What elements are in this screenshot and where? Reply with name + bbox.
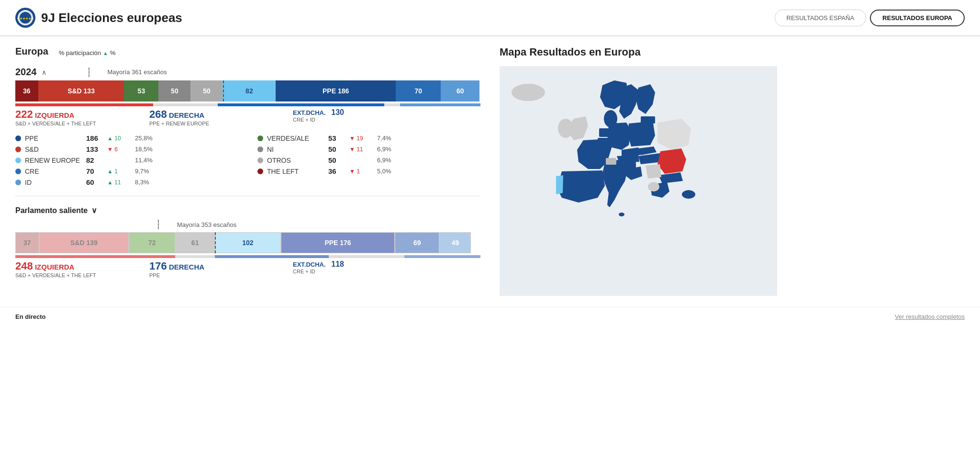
europa-title: Europa [15, 46, 48, 57]
verdes-change: ▼ 19 [349, 135, 373, 142]
center-number-parl: 176 [149, 260, 167, 272]
otros-seats: 50 [328, 156, 345, 164]
collapse-2024-button[interactable]: ∧ [42, 68, 46, 76]
party-cre: CRE 70 ▲ 1 9,7% [15, 167, 238, 175]
ppe-change: ▲ 10 [107, 135, 131, 142]
bar-theleft-parl: 37 [15, 232, 39, 253]
summary-bar-gap-parl [175, 255, 215, 258]
summary-bar-ext-parl [404, 255, 480, 258]
left-sublabel-parl: S&D + VERDES/ALE + THE LEFT [15, 272, 111, 278]
year-2024-label: 2024 [15, 67, 37, 78]
ver-resultados-link[interactable]: Ver resultados completos [895, 313, 965, 320]
bar-ni-parl: 61 [175, 232, 215, 253]
bar-ni-2024: 50 [158, 80, 190, 101]
netherlands [599, 128, 609, 137]
ext-sublabel-2024: CRE + ID [293, 117, 344, 123]
europe-map [500, 66, 777, 296]
ext-label-2024: EXT.DCHA. [293, 109, 326, 116]
sd-change: ▼ 6 [107, 146, 131, 153]
parlamento-title: Parlamento saliente [15, 206, 88, 215]
otros-dot [257, 158, 263, 163]
collapse-parlamento-icon[interactable]: ∨ [91, 206, 97, 215]
svg-text:★★★★★★: ★★★★★★ [17, 17, 34, 20]
poland [628, 121, 655, 146]
sd-dot [15, 146, 21, 152]
id-dot [15, 180, 21, 185]
map-title: Mapa Resultados en Europa [500, 46, 965, 58]
cre-seats: 70 [86, 167, 103, 175]
bar-otros-2024: 50 [190, 80, 223, 101]
bar-parlamento: 37 S&D 139 72 61 102 PPE 176 69 49 [15, 232, 480, 253]
party-renew: RENEW EUROPE 82 11,4% [15, 156, 238, 164]
verdes-dot [257, 135, 263, 141]
footer: En directo Ver resultados completos [0, 307, 980, 326]
parlamento-year-row: Mayoría 353 escaños [15, 220, 480, 229]
ni-name: NI [267, 146, 324, 153]
nav-europe-button[interactable]: RESULTADOS EUROPA [870, 10, 965, 26]
id-change: ▲ 11 [107, 179, 131, 186]
bar-renew-parl: 102 [215, 232, 281, 253]
majority-2024-label: Mayoría 361 escaños [108, 68, 167, 76]
sd-seats: 133 [86, 145, 103, 153]
center-sublabel-2024: PPE + RENEW EUROPE [149, 121, 255, 126]
ppe-dot [15, 135, 21, 141]
summary-left-parl: 248 IZQUIERDA S&D + VERDES/ALE + THE LEF… [15, 260, 111, 278]
ppe-seats: 186 [86, 134, 103, 142]
verdes-pct: 7,4% [377, 135, 391, 142]
bar-id-parl: 49 [439, 232, 471, 253]
cre-name: CRE [25, 168, 82, 175]
verdes-name: VERDES/ALE [267, 135, 324, 142]
party-id: ID 60 ▲ 11 8,3% [15, 178, 238, 186]
verdes-seats: 53 [328, 134, 345, 142]
bar-ppe-2024: PPE 186 [276, 80, 396, 101]
summary-bar-right-parl [215, 255, 329, 258]
summary-bar-gap2-parl [329, 255, 404, 258]
nav-spain-button[interactable]: RESULTADOS ESPAÑA [775, 10, 867, 26]
bar-renew-2024: 82 [223, 80, 276, 101]
bar-sd-2024: S&D 133 [38, 80, 124, 101]
bar-cre-2024: 70 [396, 80, 441, 101]
left-label-parl: IZQUIERDA [35, 263, 75, 271]
europa-header: Europa % participación ▲ % [15, 46, 480, 60]
summary-bar-gap-2024 [153, 103, 218, 106]
summary-right-parl: EXT.DCHA. 118 CRE + ID [293, 260, 344, 274]
parlamento-header[interactable]: Parlamento saliente ∨ [15, 206, 480, 215]
summary-right-2024: EXT.DCHA. 130 CRE + ID [293, 108, 344, 123]
svg-point-0 [16, 8, 35, 27]
party-sd: S&D 133 ▼ 6 18,5% [15, 145, 238, 153]
renew-seats: 82 [86, 156, 103, 164]
summary-bars-parl [15, 255, 480, 258]
bar-ppe-parl: PPE 176 [281, 232, 395, 253]
portugal [556, 175, 563, 194]
logo-area: ★★★★★★ 9J Elecciones europeas [15, 8, 775, 28]
header: ★★★★★★ 9J Elecciones europeas RESULTADOS… [0, 0, 980, 36]
summary-bar-right-2024 [218, 103, 384, 106]
bar-id-2024: 60 [441, 80, 479, 101]
theleft-dot [257, 169, 263, 174]
cyprus [682, 190, 695, 199]
center-sublabel-parl: PPE [149, 272, 255, 278]
otros-pct: 6,9% [377, 157, 391, 164]
party-verdes: VERDES/ALE 53 ▼ 19 7,4% [257, 134, 480, 142]
id-name: ID [25, 179, 82, 186]
svg-point-1 [19, 11, 32, 24]
center-label-parl: DERECHA [169, 263, 204, 271]
summary-bar-gap2-2024 [384, 103, 400, 106]
party-ni: NI 50 ▼ 11 6,9% [257, 145, 480, 153]
ni-change: ▼ 11 [349, 146, 373, 153]
renew-pct: 11,4% [135, 157, 153, 164]
majority-parlamento-label: Mayoría 353 escaños [177, 221, 236, 228]
summary-labels-2024: 222 IZQUIERDA S&D + VERDES/ALE + THE LEF… [15, 108, 480, 126]
summary-bar-left-2024 [15, 103, 153, 106]
section-divider [15, 196, 480, 196]
id-pct: 8,3% [135, 179, 149, 186]
year-2024-row: 2024 ∧ Mayoría 361 escaños [15, 67, 480, 78]
theleft-seats: 36 [328, 167, 345, 175]
summary-center-parl: 176 DERECHA PPE [149, 260, 255, 278]
malta [619, 213, 624, 216]
theleft-change: ▼ 1 [349, 168, 373, 175]
renew-name: RENEW EUROPE [25, 157, 82, 164]
spain [557, 170, 605, 203]
bar-theleft-2024: 36 [15, 80, 38, 101]
cre-dot [15, 169, 21, 174]
